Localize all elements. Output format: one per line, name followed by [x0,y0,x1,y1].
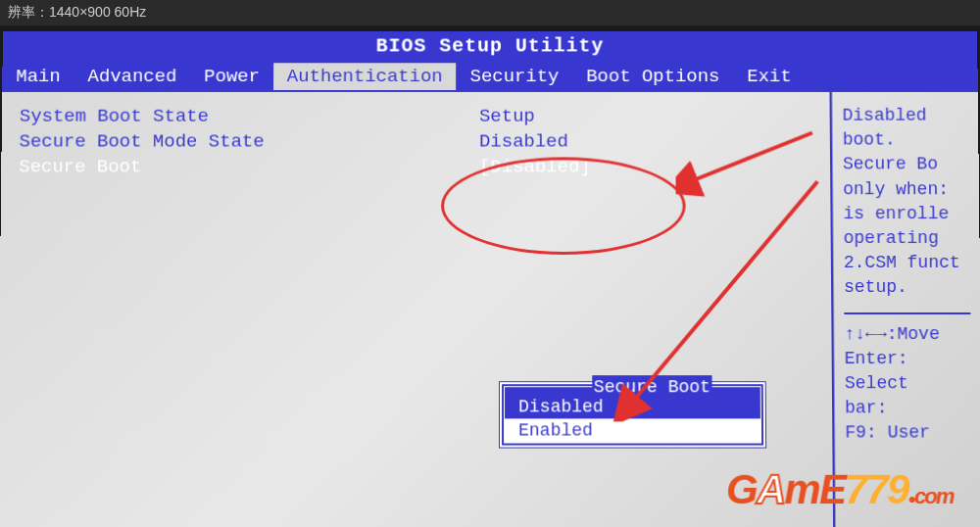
setting-secure-boot-mode[interactable]: Secure Boot Mode State Disabled [19,131,812,153]
nav-hint: F9: User [845,421,972,446]
setting-system-boot-state[interactable]: System Boot State Setup [20,106,812,127]
setting-value: Disabled [479,131,812,153]
content-area: System Boot State Setup Secure Boot Mode… [0,92,980,527]
help-panel: Disabled boot. Secure Bo only when: is e… [831,92,980,527]
help-divider [844,312,970,314]
popup-title: Secure Boot [592,375,712,399]
help-line: is enrolle [843,202,969,226]
help-line: 2.CSM funct [844,251,970,275]
bios-screen: BIOS Setup Utility Main Advanced Power A… [0,31,980,527]
setting-label: Secure Boot [19,156,479,177]
nav-hint: bar: [845,396,972,420]
menu-bar: Main Advanced Power Authentication Secur… [2,61,978,92]
monitor-info-bar: 辨率：1440×900 60Hz [0,0,980,25]
menu-boot-options[interactable]: Boot Options [572,63,733,90]
menu-advanced[interactable]: Advanced [74,63,191,90]
help-line: setup. [844,275,970,300]
bios-title: BIOS Setup Utility [3,31,978,62]
menu-security[interactable]: Security [457,63,573,90]
resolution-label: 辨率：1440×900 60Hz [8,4,146,20]
watermark: GAmE779●com [726,466,954,513]
setting-label: Secure Boot Mode State [19,131,479,153]
setting-secure-boot[interactable]: Secure Boot [Disabled] [19,156,812,177]
nav-hint: ↑↓←→:Move [844,322,970,347]
menu-power[interactable]: Power [190,63,273,90]
help-line: boot. [843,128,969,153]
menu-authentication[interactable]: Authentication [273,63,457,90]
setting-label: System Boot State [20,106,479,127]
nav-hint: Enter: Select [845,347,972,397]
help-line: Secure Bo [843,153,969,177]
menu-exit[interactable]: Exit [733,63,805,90]
help-line: Disabled [843,104,969,128]
help-line: operating [844,226,970,251]
popup-option-enabled[interactable]: Enabled [505,418,760,442]
main-panel: System Boot State Setup Secure Boot Mode… [0,92,835,527]
setting-value: Setup [479,106,812,127]
menu-main[interactable]: Main [2,63,74,90]
setting-value: [Disabled] [479,156,812,177]
secure-boot-popup: Secure Boot Disabled Enabled [500,382,765,447]
help-line: only when: [843,177,969,202]
